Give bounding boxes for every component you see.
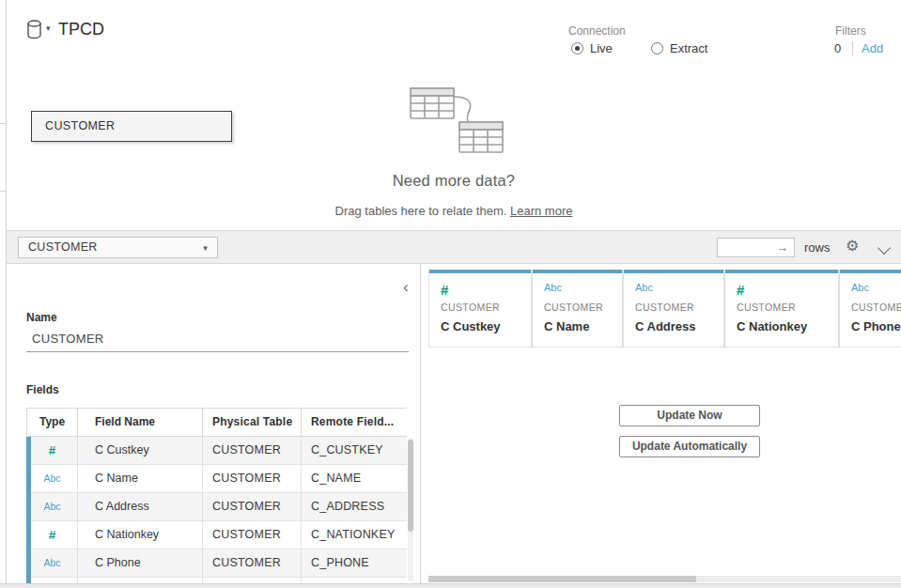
column-accent-bar <box>624 270 723 273</box>
filters-count: 0 <box>834 41 841 55</box>
fields-vertical-scrollbar[interactable] <box>408 438 413 581</box>
radio-extract-label[interactable]: Extract <box>670 41 707 55</box>
rail-divider <box>0 191 6 192</box>
fields-label: Fields <box>26 383 59 396</box>
column-accent-bar <box>840 270 901 273</box>
name-input[interactable]: CUSTOMER <box>32 332 104 346</box>
remote-field-cell: C_NAME <box>302 465 407 492</box>
string-type-icon: Abc <box>27 493 78 520</box>
field-name-cell: C Nationkey <box>78 521 203 549</box>
field-details-panel: ‹ Name CUSTOMER Fields Type Field Name P… <box>7 264 421 583</box>
selection-strip <box>26 437 31 583</box>
radio-live-label[interactable]: Live <box>590 41 613 55</box>
rows-count-field[interactable]: → <box>717 238 795 257</box>
remote-field-cell: C_PHONE <box>302 549 407 577</box>
rail-divider <box>0 123 6 124</box>
field-name-cell: C Address <box>78 493 203 520</box>
table-details-section: ‹ Name CUSTOMER Fields Type Field Name P… <box>7 264 901 583</box>
table-row[interactable]: # C Nationkey CUSTOMER C_NATIONKEY <box>27 521 407 549</box>
empty-state-hint: Drag tables here to relate them. <box>335 204 507 218</box>
table-select-value: CUSTOMER <box>28 240 98 254</box>
database-menu-caret-icon[interactable]: ▾ <box>46 23 51 33</box>
rows-label: rows <box>804 240 830 255</box>
remote-field-cell: C_ADDRESS <box>302 493 407 520</box>
column-header-remote-field: Remote Field... <box>302 409 407 436</box>
filters-add-link[interactable]: Add <box>862 41 883 55</box>
grid-column-header[interactable]: Abc CUSTOMER C Name <box>532 270 623 348</box>
radio-extract[interactable] <box>651 42 663 54</box>
table-row[interactable]: Abc C Address CUSTOMER C_ADDRESS <box>27 493 407 521</box>
chevron-down-icon[interactable] <box>878 241 891 255</box>
grid-column-table: CUSTOMER <box>441 302 500 313</box>
collapsed-sidebar-rail[interactable] <box>0 0 7 583</box>
apply-rows-arrow-icon[interactable]: → <box>776 240 788 255</box>
related-tables-graphic-icon <box>401 86 512 160</box>
grid-horizontal-scrollbar-track[interactable] <box>696 576 901 582</box>
physical-table-cell: CUSTOMER <box>203 493 302 520</box>
canvas-table-chip[interactable]: CUSTOMER <box>31 111 232 142</box>
physical-table-cell: CUSTOMER <box>203 437 302 464</box>
number-type-icon: # <box>27 437 78 464</box>
empty-state-subtitle: Drag tables here to relate them. Learn m… <box>7 204 901 218</box>
field-name-cell: C Name <box>78 465 203 492</box>
grid-column-header[interactable]: Abc CUSTOMER C Phone <box>839 270 901 348</box>
radio-live[interactable] <box>571 42 583 54</box>
learn-more-link[interactable]: Learn more <box>510 204 572 218</box>
column-header-physical-table: Physical Table <box>203 409 302 436</box>
fields-table: Type Field Name Physical Table Remote Fi… <box>26 408 407 583</box>
datasource-title[interactable]: TPCD <box>58 20 104 39</box>
grid-column-name: C Name <box>544 319 589 333</box>
datasource-canvas-section: ▾ TPCD Connection Live Extract Filters 0… <box>7 0 901 230</box>
table-row[interactable]: Abc C Name CUSTOMER C_NAME <box>27 465 407 493</box>
connection-label: Connection <box>568 24 626 38</box>
table-row[interactable]: Abc C Phone CUSTOMER C_PHONE <box>27 549 407 578</box>
name-input-underline <box>26 351 409 352</box>
field-name-cell: C Phone <box>78 549 203 577</box>
collapse-panel-icon[interactable]: ‹ <box>403 278 409 297</box>
grid-column-header[interactable]: # CUSTOMER C Custkey <box>428 270 532 348</box>
field-name-cell: C Custkey <box>78 437 203 464</box>
remote-field-cell: C_NATIONKEY <box>302 521 407 549</box>
filters-divider <box>852 41 853 55</box>
column-accent-bar <box>429 270 531 273</box>
number-type-icon: # <box>27 521 78 549</box>
fields-table-header-row: Type Field Name Physical Table Remote Fi… <box>27 409 407 437</box>
string-type-icon: Abc <box>635 282 653 293</box>
grid-column-table: CUSTOMER <box>851 302 901 313</box>
name-label: Name <box>26 311 57 324</box>
number-type-icon: # <box>441 282 448 298</box>
rows-count-input[interactable] <box>722 240 782 257</box>
grid-column-table: CUSTOMER <box>737 302 796 313</box>
remote-field-cell: C_CUSTKEY <box>302 437 407 464</box>
database-icon[interactable] <box>26 20 42 43</box>
physical-table-cell: CUSTOMER <box>203 521 302 549</box>
table-select-dropdown[interactable]: CUSTOMER ▾ <box>18 237 218 258</box>
logical-table-toolbar: CUSTOMER ▾ → rows ⚙ <box>7 230 901 264</box>
grid-column-table: CUSTOMER <box>635 302 694 313</box>
column-header-field-name: Field Name <box>78 409 203 436</box>
string-type-icon: Abc <box>27 465 78 492</box>
grid-column-name: C Nationkey <box>737 319 807 333</box>
column-accent-bar <box>533 270 622 273</box>
number-type-icon: # <box>737 282 744 298</box>
physical-table-cell: CUSTOMER <box>203 549 302 577</box>
empty-state-title: Need more data? <box>7 172 901 190</box>
scrollbar-thumb[interactable] <box>408 440 413 532</box>
string-type-icon: Abc <box>27 549 78 577</box>
column-header-type: Type <box>27 409 78 436</box>
grid-column-header[interactable]: # CUSTOMER C Nationkey <box>724 270 839 348</box>
update-automatically-button[interactable]: Update Automatically <box>619 436 760 457</box>
string-type-icon: Abc <box>544 282 562 293</box>
physical-table-cell: CUSTOMER <box>203 465 302 492</box>
grid-column-table: CUSTOMER <box>544 302 603 313</box>
string-type-icon: Abc <box>851 282 869 293</box>
grid-column-name: C Custkey <box>441 319 501 333</box>
gear-icon[interactable]: ⚙ <box>846 237 859 255</box>
update-now-button[interactable]: Update Now <box>619 405 760 426</box>
dropdown-caret-icon: ▾ <box>203 239 208 258</box>
table-row[interactable]: # C Custkey CUSTOMER C_CUSTKEY <box>27 437 407 465</box>
grid-column-header[interactable]: Abc CUSTOMER C Address <box>623 270 724 348</box>
grid-column-name: C Phone <box>851 319 901 333</box>
grid-horizontal-scrollbar-thumb[interactable] <box>428 576 696 582</box>
column-accent-bar <box>725 270 838 273</box>
